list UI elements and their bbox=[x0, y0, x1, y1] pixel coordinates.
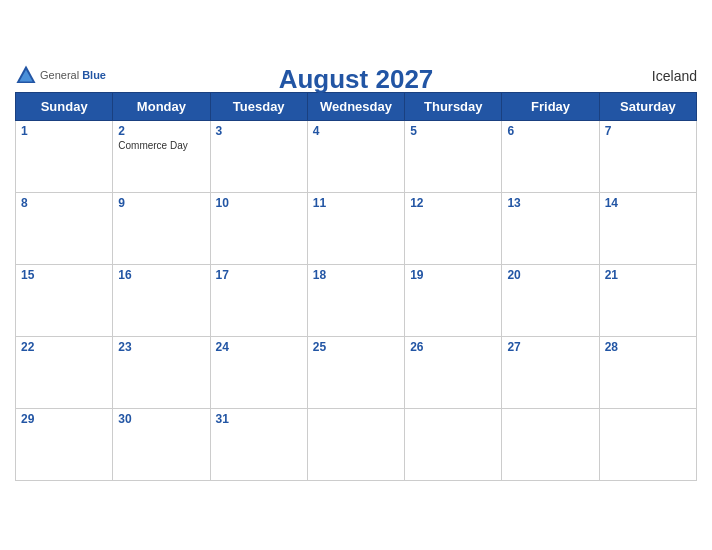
calendar-day-cell: 25 bbox=[307, 337, 404, 409]
calendar-body: 12Commerce Day34567891011121314151617181… bbox=[16, 121, 697, 481]
calendar-day-cell: 9 bbox=[113, 193, 210, 265]
calendar-day-cell: 19 bbox=[405, 265, 502, 337]
calendar-day-cell: 23 bbox=[113, 337, 210, 409]
calendar-day-cell: 18 bbox=[307, 265, 404, 337]
day-number: 21 bbox=[605, 268, 691, 282]
holiday-label: Commerce Day bbox=[118, 140, 204, 151]
calendar-day-cell: 22 bbox=[16, 337, 113, 409]
calendar-day-cell: 30 bbox=[113, 409, 210, 481]
calendar-day-cell: 3 bbox=[210, 121, 307, 193]
day-number: 15 bbox=[21, 268, 107, 282]
day-number: 19 bbox=[410, 268, 496, 282]
calendar-day-cell: 21 bbox=[599, 265, 696, 337]
weekday-header-row: Sunday Monday Tuesday Wednesday Thursday… bbox=[16, 93, 697, 121]
calendar-week-row: 293031 bbox=[16, 409, 697, 481]
day-number: 14 bbox=[605, 196, 691, 210]
calendar-day-cell: 31 bbox=[210, 409, 307, 481]
day-number: 3 bbox=[216, 124, 302, 138]
day-number: 20 bbox=[507, 268, 593, 282]
day-number: 31 bbox=[216, 412, 302, 426]
day-number: 2 bbox=[118, 124, 204, 138]
day-number: 8 bbox=[21, 196, 107, 210]
calendar-container: General Blue August 2027 Iceland Sunday … bbox=[0, 54, 712, 496]
calendar-week-row: 891011121314 bbox=[16, 193, 697, 265]
day-number: 25 bbox=[313, 340, 399, 354]
day-number: 1 bbox=[21, 124, 107, 138]
weekday-thursday: Thursday bbox=[405, 93, 502, 121]
calendar-day-cell: 1 bbox=[16, 121, 113, 193]
day-number: 6 bbox=[507, 124, 593, 138]
weekday-wednesday: Wednesday bbox=[307, 93, 404, 121]
weekday-monday: Monday bbox=[113, 93, 210, 121]
logo-general-text: General bbox=[40, 69, 79, 81]
weekday-saturday: Saturday bbox=[599, 93, 696, 121]
day-number: 27 bbox=[507, 340, 593, 354]
day-number: 17 bbox=[216, 268, 302, 282]
calendar-day-cell: 7 bbox=[599, 121, 696, 193]
day-number: 11 bbox=[313, 196, 399, 210]
calendar-day-cell: 28 bbox=[599, 337, 696, 409]
day-number: 29 bbox=[21, 412, 107, 426]
day-number: 10 bbox=[216, 196, 302, 210]
calendar-day-cell: 8 bbox=[16, 193, 113, 265]
calendar-day-cell: 17 bbox=[210, 265, 307, 337]
day-number: 5 bbox=[410, 124, 496, 138]
calendar-day-cell: 13 bbox=[502, 193, 599, 265]
calendar-day-cell: 27 bbox=[502, 337, 599, 409]
logo-text: General Blue bbox=[15, 64, 106, 86]
day-number: 18 bbox=[313, 268, 399, 282]
logo-area: General Blue bbox=[15, 64, 106, 86]
calendar-thead: Sunday Monday Tuesday Wednesday Thursday… bbox=[16, 93, 697, 121]
weekday-tuesday: Tuesday bbox=[210, 93, 307, 121]
day-number: 13 bbox=[507, 196, 593, 210]
calendar-day-cell bbox=[307, 409, 404, 481]
day-number: 24 bbox=[216, 340, 302, 354]
weekday-sunday: Sunday bbox=[16, 93, 113, 121]
day-number: 23 bbox=[118, 340, 204, 354]
calendar-day-cell: 5 bbox=[405, 121, 502, 193]
calendar-day-cell: 11 bbox=[307, 193, 404, 265]
calendar-day-cell bbox=[405, 409, 502, 481]
calendar-day-cell: 26 bbox=[405, 337, 502, 409]
day-number: 7 bbox=[605, 124, 691, 138]
calendar-title: August 2027 bbox=[279, 64, 434, 95]
calendar-day-cell bbox=[599, 409, 696, 481]
calendar-day-cell: 20 bbox=[502, 265, 599, 337]
calendar-week-row: 12Commerce Day34567 bbox=[16, 121, 697, 193]
calendar-table: Sunday Monday Tuesday Wednesday Thursday… bbox=[15, 92, 697, 481]
day-number: 4 bbox=[313, 124, 399, 138]
day-number: 9 bbox=[118, 196, 204, 210]
calendar-day-cell: 29 bbox=[16, 409, 113, 481]
calendar-day-cell: 4 bbox=[307, 121, 404, 193]
country-label: Iceland bbox=[652, 68, 697, 84]
calendar-day-cell: 14 bbox=[599, 193, 696, 265]
logo-blue-text: Blue bbox=[82, 69, 106, 81]
calendar-day-cell: 24 bbox=[210, 337, 307, 409]
calendar-week-row: 15161718192021 bbox=[16, 265, 697, 337]
calendar-week-row: 22232425262728 bbox=[16, 337, 697, 409]
weekday-friday: Friday bbox=[502, 93, 599, 121]
calendar-header: General Blue August 2027 Iceland bbox=[15, 64, 697, 86]
calendar-day-cell: 6 bbox=[502, 121, 599, 193]
calendar-day-cell: 12 bbox=[405, 193, 502, 265]
day-number: 12 bbox=[410, 196, 496, 210]
calendar-day-cell bbox=[502, 409, 599, 481]
calendar-day-cell: 10 bbox=[210, 193, 307, 265]
day-number: 28 bbox=[605, 340, 691, 354]
generalblue-logo-icon bbox=[15, 64, 37, 86]
day-number: 26 bbox=[410, 340, 496, 354]
calendar-day-cell: 16 bbox=[113, 265, 210, 337]
calendar-day-cell: 2Commerce Day bbox=[113, 121, 210, 193]
day-number: 16 bbox=[118, 268, 204, 282]
day-number: 30 bbox=[118, 412, 204, 426]
day-number: 22 bbox=[21, 340, 107, 354]
calendar-day-cell: 15 bbox=[16, 265, 113, 337]
